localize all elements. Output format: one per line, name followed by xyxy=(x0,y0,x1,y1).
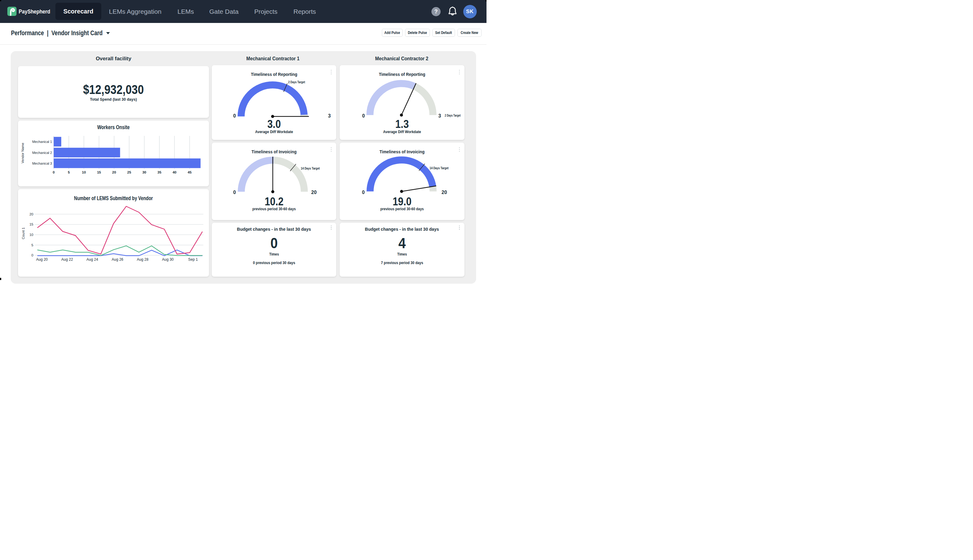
svg-text:Aug 20: Aug 20 xyxy=(36,257,48,262)
svg-text:20: 20 xyxy=(311,190,317,195)
svg-text:20: 20 xyxy=(29,212,33,216)
svg-text:20: 20 xyxy=(112,170,116,174)
svg-text:40: 40 xyxy=(173,170,177,174)
svg-text:0: 0 xyxy=(53,170,55,174)
svg-text:Mechanical 1: Mechanical 1 xyxy=(32,140,52,143)
svg-text:Aug 26: Aug 26 xyxy=(112,257,123,262)
svg-text:Mechanical 3: Mechanical 3 xyxy=(32,161,52,165)
svg-text:Aug 22: Aug 22 xyxy=(61,257,73,262)
svg-text:0: 0 xyxy=(233,190,236,195)
svg-text:Sep 1: Sep 1 xyxy=(188,257,198,262)
svg-text:15: 15 xyxy=(97,170,101,174)
svg-text:10: 10 xyxy=(29,233,33,236)
svg-text:14 Days Target: 14 Days Target xyxy=(430,167,449,170)
svg-text:0: 0 xyxy=(32,253,33,257)
svg-text:Count 1: Count 1 xyxy=(22,227,25,239)
svg-text:15: 15 xyxy=(29,222,33,226)
svg-text:Aug 24: Aug 24 xyxy=(87,257,98,262)
svg-text:Aug 28: Aug 28 xyxy=(137,257,148,262)
svg-text:45: 45 xyxy=(188,170,192,174)
svg-text:Mechanical 2: Mechanical 2 xyxy=(32,150,52,154)
svg-text:5: 5 xyxy=(32,243,33,247)
svg-text:30: 30 xyxy=(142,170,146,174)
svg-text:2 Days Target: 2 Days Target xyxy=(445,114,461,117)
svg-text:Aug 30: Aug 30 xyxy=(162,257,173,262)
svg-text:0: 0 xyxy=(362,190,365,195)
svg-text:35: 35 xyxy=(158,170,162,174)
svg-text:14 Days Target: 14 Days Target xyxy=(301,167,320,170)
svg-text:2 Days Target: 2 Days Target xyxy=(288,80,305,84)
svg-text:Vendor Name: Vendor Name xyxy=(21,143,25,163)
svg-text:10: 10 xyxy=(82,170,86,174)
svg-text:20: 20 xyxy=(442,190,447,195)
svg-text:5: 5 xyxy=(68,170,70,174)
svg-text:25: 25 xyxy=(127,170,131,174)
